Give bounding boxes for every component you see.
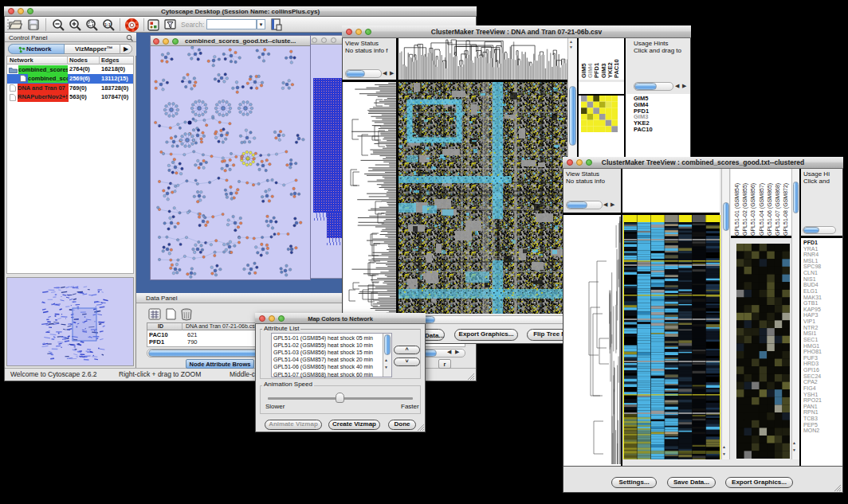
svg-text:1:1: 1:1	[104, 22, 111, 27]
